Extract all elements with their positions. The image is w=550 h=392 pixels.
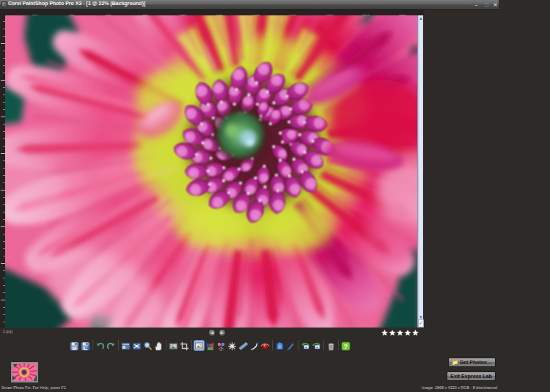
svg-text:?: ?	[344, 343, 348, 350]
